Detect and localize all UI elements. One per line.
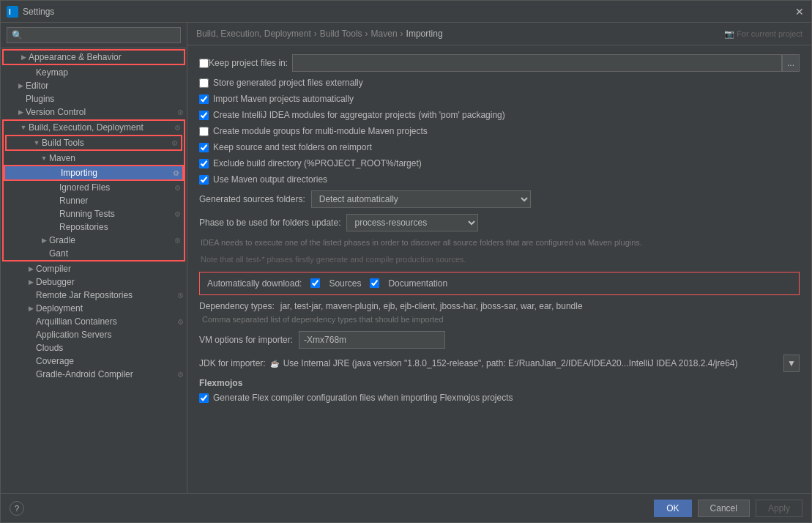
sidebar-item-label: Arquillian Containers (36, 316, 117, 327)
settings-gear-icon: ⚙ (173, 169, 179, 177)
breadcrumb-bar: Build, Execution, Deployment › Build Too… (187, 23, 811, 45)
settings-gear-icon: ⚙ (171, 139, 178, 147)
sidebar-item-label: Deployment (36, 303, 83, 314)
sidebar-item-app-servers[interactable]: Application Servers (1, 328, 187, 341)
sidebar-item-build-exec[interactable]: ▼ Build, Execution, Deployment ⚙ (4, 121, 184, 134)
jdk-icon: ☕ (270, 360, 279, 368)
sidebar-item-build-tools[interactable]: ▼ Build Tools ⚙ (7, 136, 181, 149)
sidebar-item-clouds[interactable]: Clouds (1, 341, 187, 355)
sidebar-item-label: Gradle-Android Compiler (36, 369, 133, 379)
ok-button[interactable]: OK (654, 500, 691, 517)
keep-project-files-input[interactable] (292, 54, 782, 72)
sidebar-item-label: Build, Execution, Deployment (29, 122, 144, 133)
cancel-button[interactable]: Cancel (698, 500, 750, 517)
sidebar-item-label: Version Control (26, 107, 86, 117)
sidebar-item-gradle-android[interactable]: Gradle-Android Compiler ⚙ (1, 368, 187, 381)
breadcrumb-current: Importing (406, 29, 443, 39)
keep-source-checkbox[interactable] (199, 143, 209, 152)
jdk-dropdown-button[interactable]: ▼ (783, 355, 800, 372)
dependency-types-label: Dependency types: (199, 301, 275, 311)
exclude-build-checkbox[interactable] (199, 159, 209, 168)
svg-text:I: I (9, 8, 11, 16)
browse-button[interactable]: ... (782, 54, 800, 72)
generate-flex-row: Generate Flex compiler configuration fil… (199, 393, 800, 403)
sidebar-item-maven[interactable]: ▼ Maven (4, 152, 184, 165)
breadcrumb-part1: Build, Execution, Deployment (196, 29, 311, 39)
sidebar-item-editor[interactable]: ▶ Editor (1, 79, 187, 92)
sidebar-item-debugger[interactable]: ▶ Debugger (1, 275, 187, 289)
sidebar-item-label: Runner (59, 196, 88, 206)
search-input[interactable] (7, 27, 181, 43)
import-maven-checkbox[interactable] (199, 94, 209, 104)
generated-sources-row: Generated sources folders: Detect automa… (199, 190, 800, 208)
sidebar-item-plugins[interactable]: Plugins (1, 92, 187, 105)
sidebar-item-coverage[interactable]: Coverage (1, 355, 187, 368)
sidebar-item-runner[interactable]: Runner (4, 194, 184, 207)
keep-source-label: Keep source and test folders on reimport (213, 142, 372, 152)
create-module-groups-label: Create module groups for multi-module Ma… (213, 126, 428, 136)
expand-arrow: ▶ (15, 82, 26, 89)
sidebar-item-gradle[interactable]: ▶ Gradle ⚙ (4, 234, 184, 247)
keep-project-files-checkbox[interactable] (199, 59, 209, 68)
settings-content: Keep project files in: ... Store generat… (187, 45, 811, 493)
bottom-left: ? (10, 501, 24, 516)
sidebar-item-gant[interactable]: Gant (4, 247, 184, 260)
app-icon: I (7, 6, 18, 18)
expand-arrow: ▶ (18, 53, 29, 61)
sidebar-item-appearance[interactable]: ▶ Appearance & Behavior (2, 49, 185, 65)
documentation-label: Documentation (388, 278, 447, 289)
exclude-build-row: Exclude build directory (%PROJECT_ROOT%/… (199, 158, 800, 168)
hint-text-2: Note that all test-* phases firstly gene… (199, 254, 800, 265)
settings-gear-icon: ⚙ (177, 318, 184, 326)
generated-sources-dropdown[interactable]: Detect automatically (311, 190, 531, 208)
keep-project-files-label: Keep project files in: (209, 58, 288, 68)
jdk-row: JDK for importer: ☕ Use Internal JRE (ja… (199, 355, 800, 372)
keep-source-row: Keep source and test folders on reimport (199, 142, 800, 152)
jdk-text: Use Internal JRE (java version "1.8.0_15… (283, 358, 779, 368)
create-module-groups-checkbox[interactable] (199, 127, 209, 136)
phase-dropdown[interactable]: process-resources (346, 214, 478, 231)
sidebar-item-arquillian[interactable]: Arquillian Containers ⚙ (1, 315, 187, 328)
sidebar-item-running-tests[interactable]: Running Tests ⚙ (4, 207, 184, 220)
expand-arrow: ▶ (26, 265, 36, 272)
exclude-build-label: Exclude build directory (%PROJECT_ROOT%/… (213, 158, 422, 168)
sidebar-item-compiler[interactable]: ▶ Compiler (1, 262, 187, 275)
sidebar-item-repositories[interactable]: Repositories (4, 220, 184, 234)
sidebar-item-keymap[interactable]: Keymap (1, 66, 187, 79)
sidebar-item-version-control[interactable]: ▶ Version Control ⚙ (1, 105, 187, 119)
use-maven-row: Use Maven output directories (199, 174, 800, 185)
store-generated-checkbox[interactable] (199, 78, 209, 88)
sidebar-item-deployment[interactable]: ▶ Deployment (1, 302, 187, 315)
sidebar-item-ignored-files[interactable]: Ignored Files ⚙ (4, 181, 184, 194)
vm-options-input[interactable] (299, 331, 445, 349)
generate-flex-checkbox[interactable] (199, 393, 209, 403)
generate-flex-label: Generate Flex compiler configuration fil… (213, 393, 513, 403)
close-button[interactable]: ✕ (794, 6, 805, 18)
main-panel: Build, Execution, Deployment › Build Too… (187, 23, 811, 493)
phase-label: Phase to be used for folders update: (199, 218, 340, 228)
sidebar-item-label: Build Tools (42, 138, 84, 148)
sidebar-item-label: Clouds (36, 343, 63, 353)
sidebar-item-label: Keymap (36, 67, 68, 78)
documentation-checkbox[interactable] (370, 278, 379, 288)
sources-checkbox[interactable] (310, 278, 320, 288)
create-intellij-checkbox[interactable] (199, 111, 209, 120)
sidebar-item-label: Editor (26, 81, 48, 91)
sidebar-item-remote-jar[interactable]: Remote Jar Repositories ⚙ (1, 289, 187, 302)
use-maven-label: Use Maven output directories (213, 174, 327, 185)
settings-gear-icon: ⚙ (174, 210, 181, 218)
help-button[interactable]: ? (10, 501, 24, 516)
settings-tree: ▶ Appearance & Behavior Keymap ▶ Editor … (1, 48, 187, 493)
sidebar-item-label: Ignored Files (59, 182, 110, 193)
breadcrumb-sep2: › (365, 29, 368, 39)
sidebar: ▶ Appearance & Behavior Keymap ▶ Editor … (1, 23, 187, 493)
search-bar (1, 23, 187, 48)
sidebar-item-label: Plugins (26, 94, 54, 104)
sidebar-item-label: Importing (61, 168, 97, 178)
sidebar-item-label: Gant (49, 248, 68, 259)
sidebar-item-importing[interactable]: Importing ⚙ (4, 165, 184, 181)
apply-button[interactable]: Apply (756, 500, 802, 517)
expand-arrow: ▶ (26, 305, 36, 312)
window-title: Settings (23, 7, 794, 17)
use-maven-checkbox[interactable] (199, 175, 209, 185)
